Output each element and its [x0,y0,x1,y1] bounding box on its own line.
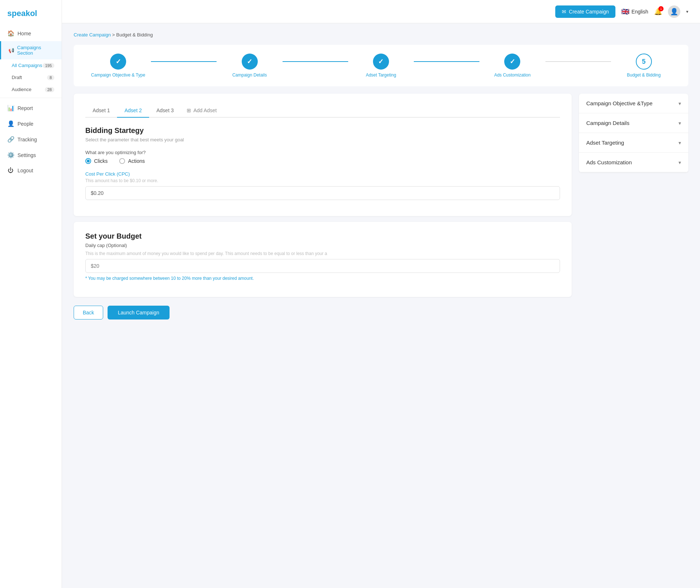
daily-cap-input[interactable] [85,259,560,273]
cpc-input[interactable] [85,186,560,200]
sidebar-sub-label: Audience [12,87,31,92]
step-5-circle: 5 [636,54,652,70]
two-col-layout: Adset 1 Adset 2 Adset 3 ⊞ Add Adset [74,94,688,320]
sidebar-item-people[interactable]: 👤 People [0,116,62,132]
step-3-circle: ✓ [373,54,389,70]
sidebar-item-all-campaigns[interactable]: All Campaigns 195 [0,59,62,71]
report-icon: 📊 [7,105,14,111]
step-3-label: Adset Targeting [366,72,396,78]
chevron-down-icon-2: ▾ [678,120,681,126]
warn-text: * You may be charged somewhere between 1… [85,276,560,281]
all-campaigns-badge: 195 [43,63,54,68]
sidebar-item-audience[interactable]: Audience 28 [0,83,62,95]
sidebar-sub-label: Draft [12,75,22,80]
cpc-group: Cost Per Click (CPC) This amount has to … [85,171,560,200]
cpc-label: Cost Per Click (CPC) [85,171,560,177]
chevron-down-icon-4: ▾ [678,160,681,165]
sidebar-item-label: Campaigns Section [17,45,54,56]
tracking-icon: 🔗 [7,136,14,143]
sidebar-item-label: Settings [18,152,36,158]
accordion-header-4[interactable]: Ads Customization ▾ [579,153,688,172]
radio-clicks[interactable]: Clicks [85,158,108,164]
sidebar-item-label: Tracking [18,137,37,142]
step-line-3 [414,61,479,62]
step-5: 5 Budget & Bidding [611,54,677,78]
page-content: Create Campaign > Budget & Bidding ✓ Cam… [62,23,700,588]
chevron-down-icon-3: ▾ [678,140,681,146]
bidding-card: Adset 1 Adset 2 Adset 3 ⊞ Add Adset [74,94,572,216]
cpc-hint: This amount has to be $0.10 or more. [85,178,560,183]
daily-cap-label: Daily cap (Optional) [85,243,560,248]
accordion-item-3: Adset Targeting ▾ [579,133,688,153]
breadcrumb-link[interactable]: Create Campaign [74,32,111,38]
flag-icon: 🇬🇧 [621,8,629,16]
language-selector[interactable]: 🇬🇧 English [621,8,648,16]
sidebar-item-label: People [18,121,34,127]
step-1-label: Campaign Objective & Type [91,72,145,78]
adset-tabs: Adset 1 Adset 2 Adset 3 ⊞ Add Adset [85,104,560,118]
accordion-item-2: Campaign Details ▾ [579,113,688,133]
step-4: ✓ Ads Customization [479,54,545,78]
action-row: Back Launch Campaign [74,306,572,320]
breadcrumb-separator: > [112,32,115,38]
radio-actions[interactable]: Actions [119,158,145,164]
budget-card: Set your Budget Daily cap (Optional) Thi… [74,222,572,297]
adset-tab-3[interactable]: Adset 3 [149,104,181,118]
sidebar-item-label: Home [18,31,31,36]
accordion-header-3[interactable]: Adset Targeting ▾ [579,133,688,152]
sidebar-item-report[interactable]: 📊 Report [0,100,62,116]
step-2-circle: ✓ [242,54,258,70]
right-sidebar: Campaign Objective &Type ▾ Campaign Deta… [579,94,688,172]
notification-button[interactable]: 🔔 1 [654,8,662,16]
add-icon: ⊞ [187,107,191,113]
accordion-label-2: Campaign Details [586,120,629,126]
sidebar-item-campaigns-section[interactable]: 📢 Campaigns Section [0,41,62,59]
main-content: ✉ Create Campaign 🇬🇧 English 🔔 1 👤 ▾ Cre… [62,0,700,588]
step-3: ✓ Adset Targeting [348,54,414,78]
sidebar-nav: 🏠 Home 📢 Campaigns Section All Campaigns… [0,26,62,588]
main-column: Adset 1 Adset 2 Adset 3 ⊞ Add Adset [74,94,572,320]
radio-actions-dot [119,158,125,164]
adset-tab-2[interactable]: Adset 2 [117,104,149,118]
step-line-1 [151,61,217,62]
radio-group-optimize: Clicks Actions [85,158,560,164]
accordion-header-2[interactable]: Campaign Details ▾ [579,113,688,133]
sidebar-item-logout[interactable]: ⏻ Logout [0,163,62,178]
sidebar-item-label: Report [18,105,33,111]
user-chevron-icon[interactable]: ▾ [686,9,688,14]
settings-icon: ⚙️ [7,152,14,158]
step-4-circle: ✓ [504,54,520,70]
radio-clicks-label: Clicks [94,158,108,164]
sidebar: speakol 🏠 Home 📢 Campaigns Section All C… [0,0,62,588]
daily-cap-hint: This is the maximum amount of money you … [85,251,560,256]
bidding-subtitle: Select the parameter that best meets you… [85,137,560,142]
add-adset-button[interactable]: ⊞ Add Adset [181,104,222,118]
sidebar-item-draft[interactable]: Draft 8 [0,71,62,83]
user-avatar[interactable]: 👤 [668,5,680,18]
breadcrumb: Create Campaign > Budget & Bidding [74,32,688,38]
optimize-group: What are you optimizing for? Clicks Acti… [85,150,560,164]
bidding-title: Bidding Startegy [85,126,560,135]
adset-tab-1[interactable]: Adset 1 [85,104,117,118]
notification-badge: 1 [658,6,664,11]
people-icon: 👤 [7,120,14,127]
sidebar-item-settings[interactable]: ⚙️ Settings [0,147,62,163]
sidebar-item-tracking[interactable]: 🔗 Tracking [0,132,62,147]
launch-campaign-button[interactable]: Launch Campaign [108,306,170,320]
chevron-down-icon-1: ▾ [678,101,681,106]
step-2-label: Campaign Details [232,72,267,78]
back-button[interactable]: Back [74,306,103,320]
radio-actions-label: Actions [128,158,145,164]
step-1: ✓ Campaign Objective & Type [85,54,151,78]
audience-badge: 28 [45,87,54,92]
step-5-label: Budget & Bidding [627,72,661,78]
accordion-label-1: Campaign Objective &Type [586,100,653,106]
accordion-item-1: Campaign Objective &Type ▾ [579,94,688,113]
sidebar-item-home[interactable]: 🏠 Home [0,26,62,41]
stepper: ✓ Campaign Objective & Type ✓ Campaign D… [74,45,688,86]
accordion-header-1[interactable]: Campaign Objective &Type ▾ [579,94,688,113]
breadcrumb-current: Budget & Bidding [116,32,153,38]
create-campaign-button[interactable]: ✉ Create Campaign [555,5,615,18]
step-2: ✓ Campaign Details [217,54,282,78]
budget-title: Set your Budget [85,232,560,240]
